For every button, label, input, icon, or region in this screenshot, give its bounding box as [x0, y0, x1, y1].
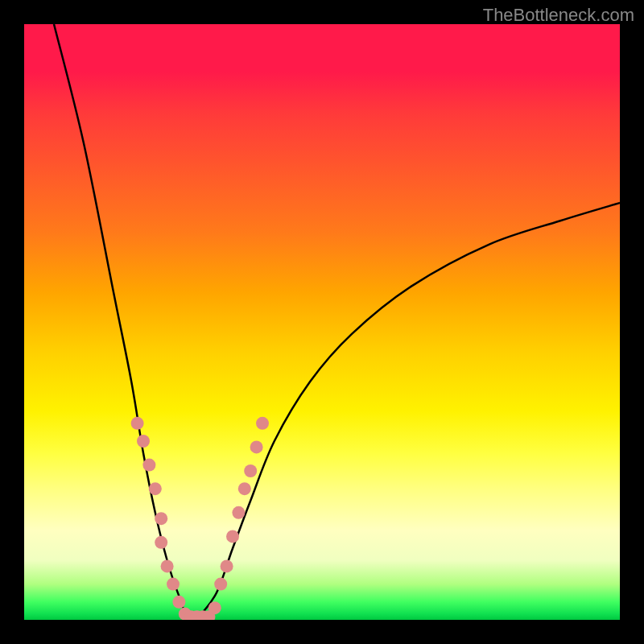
curve-path: [54, 24, 620, 620]
data-point: [131, 417, 144, 430]
data-point: [137, 435, 150, 448]
data-point: [155, 536, 167, 549]
data-point: [238, 482, 251, 495]
data-point: [167, 578, 180, 591]
data-point: [149, 482, 162, 495]
data-point: [208, 601, 221, 614]
data-point: [226, 530, 239, 543]
data-point: [172, 596, 185, 609]
data-point: [214, 578, 227, 591]
data-point: [142, 459, 155, 472]
data-markers: [131, 417, 269, 620]
data-point: [250, 440, 263, 453]
data-point: [244, 464, 257, 477]
data-point: [161, 559, 174, 572]
chart-plot-area: [24, 24, 620, 620]
bottleneck-curve: [54, 24, 620, 620]
data-point: [232, 506, 245, 519]
watermark-text: TheBottleneck.com: [483, 5, 634, 26]
data-point: [155, 512, 167, 525]
data-point: [221, 559, 233, 572]
data-point: [256, 417, 269, 430]
chart-svg: [24, 24, 620, 620]
